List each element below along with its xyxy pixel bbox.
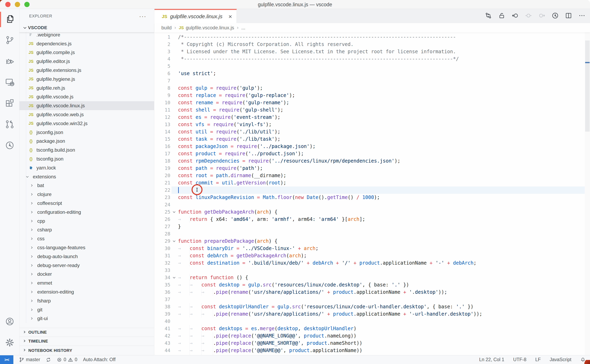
line-number[interactable]: 8 [155, 84, 170, 92]
tree-file-jsconfig.json[interactable]: {}jsconfig.json [19, 128, 154, 137]
code-line-9[interactable]: 9const replace = require('gulp-replace')… [155, 92, 585, 99]
tree-folder-extensions[interactable]: extensions [19, 172, 154, 181]
activity-item-run-debug[interactable] [0, 51, 19, 72]
line-number[interactable]: 26 [155, 216, 170, 223]
code-line-39[interactable]: 39→→→.pipe(rename('usr/share/application… [155, 310, 585, 318]
code-line-34[interactable]: 34→return function () { [155, 274, 585, 281]
code-line-22[interactable]: 22 [155, 187, 585, 194]
tab-close-icon[interactable]: × [228, 13, 232, 20]
scrollbar-thumb[interactable] [585, 40, 590, 132]
code-line-40[interactable]: 40 [155, 318, 585, 325]
activity-item-account[interactable] [0, 311, 19, 332]
tree-file-package.json[interactable]: {}package.json [19, 137, 154, 146]
remote-indicator[interactable]: >< [0, 355, 13, 364]
line-number[interactable]: 24 [155, 201, 170, 208]
line-number[interactable]: 15 [155, 136, 170, 143]
code-line-20[interactable]: 20const root = path.dirname(__dirname); [155, 172, 585, 179]
code-line-2[interactable]: 2 * Copyright (c) Microsoft Corporation.… [155, 41, 585, 48]
encoding-item[interactable]: UTF-8 [513, 357, 526, 362]
line-number[interactable]: 34 [155, 274, 170, 281]
breadcrumb-item-symbols[interactable]: ... [241, 25, 245, 31]
timeline-button[interactable] [550, 11, 560, 21]
code-line-16[interactable]: 16const packageJson = require('../packag… [155, 143, 585, 150]
line-number[interactable]: 13 [155, 121, 170, 128]
code-line-24[interactable]: 24 [155, 201, 585, 208]
tree-file-dependencies.js[interactable]: JSdependencies.js [19, 39, 154, 48]
line-number[interactable]: 29 [155, 237, 170, 245]
activity-item-github-pull-requests[interactable] [0, 114, 19, 135]
tree-folder-debug-server-ready[interactable]: debug-server-ready [19, 261, 154, 270]
problems-item[interactable]: 0 0 [57, 357, 77, 362]
tree-folder-debug-auto-launch[interactable]: debug-auto-launch [19, 252, 154, 261]
code-line-35[interactable]: 35→→const desktop = gulp.src('resources/… [155, 281, 585, 288]
tree-file-tsconfig.json[interactable]: {}tsconfig.json [19, 155, 154, 163]
tree-file-gulpfile.extensions.js[interactable]: JSgulpfile.extensions.js [19, 66, 154, 75]
tree-file-gulpfile.hygiene.js[interactable]: JSgulpfile.hygiene.js [19, 75, 154, 84]
tree-folder-git[interactable]: git [19, 305, 154, 314]
line-number[interactable]: 4 [155, 55, 170, 63]
tree-folder-bat[interactable]: bat [19, 181, 154, 190]
code-line-32[interactable]: 32→const destination = '.build/linux/deb… [155, 259, 585, 267]
fold-chevron-icon[interactable] [170, 208, 178, 216]
line-number[interactable]: 2 [155, 41, 170, 48]
tree-folder-fsharp[interactable]: fsharp [19, 296, 154, 305]
line-number[interactable]: 30 [155, 245, 170, 252]
line-number[interactable]: 42 [155, 332, 170, 339]
code-line-27[interactable]: 27} [155, 223, 585, 230]
tree-folder-coffeescript[interactable]: coffeescript [19, 199, 154, 208]
tree-folder-git-ui[interactable]: git-ui [19, 314, 154, 323]
line-number[interactable]: 10 [155, 99, 170, 106]
line-number[interactable]: 20 [155, 172, 170, 179]
tree-folder-docker[interactable]: docker [19, 270, 154, 279]
breadcrumb-item-file[interactable]: JS gulpfile.vscode.linux.js [179, 25, 234, 31]
code-line-43[interactable]: 43→→→.pipe(replace('@@NAME_SHORT@@', pro… [155, 339, 585, 347]
line-number[interactable]: 39 [155, 310, 170, 318]
code-line-13[interactable]: 13const vfs = require('vinyl-fs'); [155, 121, 585, 128]
code-line-11[interactable]: 11const shell = require('gulp-shell'); [155, 106, 585, 114]
open-changes-button[interactable] [483, 11, 494, 21]
line-number[interactable]: 14 [155, 128, 170, 136]
activity-item-source-control[interactable] [0, 30, 19, 51]
tree-file-gulpfile.reh.js[interactable]: JSgulpfile.reh.js [19, 84, 154, 92]
tree-folder-css[interactable]: css [19, 234, 154, 243]
line-number[interactable]: 38 [155, 303, 170, 310]
code-line-29[interactable]: 29function prepareDebPackage(arch) { [155, 237, 585, 245]
split-editor-button[interactable] [563, 11, 574, 21]
cursor-position-item[interactable]: Ln 22, Col 1 [479, 357, 504, 362]
language-mode-item[interactable]: JavaScript [550, 357, 571, 362]
line-number[interactable]: 9 [155, 92, 170, 99]
code-line-36[interactable]: 36→→→.pipe(rename('usr/share/application… [155, 288, 585, 296]
line-number[interactable]: 32 [155, 259, 170, 267]
code-line-3[interactable]: 3 * Licensed under the MIT License. See … [155, 48, 585, 55]
activity-item-settings[interactable] [0, 332, 19, 353]
activity-item-remote-explorer[interactable] [0, 72, 19, 93]
code-line-17[interactable]: 17const product = require('../product.js… [155, 150, 585, 157]
line-number[interactable]: 19 [155, 165, 170, 172]
line-number[interactable]: 16 [155, 143, 170, 150]
code-line-1[interactable]: 1/*-------------------------------------… [155, 33, 585, 41]
tab-gulpfile-vscode-linux-js[interactable]: JS gulpfile.vscode.linux.js × [155, 9, 237, 23]
tree-folder-configuration-editing[interactable]: configuration-editing [19, 208, 154, 217]
line-number[interactable]: 25 [155, 208, 170, 216]
tree-file-tsconfig.build.json[interactable]: {}tsconfig.build.json [19, 146, 154, 155]
line-number[interactable]: 27 [155, 223, 170, 230]
activity-item-explorer[interactable] [0, 9, 19, 30]
tree-folder-emmet[interactable]: emmet [19, 279, 154, 287]
line-number[interactable]: 18 [155, 157, 170, 165]
code-line-28[interactable]: 28 [155, 230, 585, 237]
line-number[interactable]: 12 [155, 114, 170, 121]
section-header-vscode[interactable]: VSCODE [19, 23, 154, 32]
eol-item[interactable]: LF [535, 357, 541, 362]
line-number[interactable]: 5 [155, 63, 170, 70]
code-line-5[interactable]: 5 [155, 63, 585, 70]
line-number[interactable]: 21 [155, 179, 170, 187]
line-number[interactable]: 41 [155, 325, 170, 332]
git-branch-item[interactable]: master [19, 357, 40, 362]
tree-file-gulpfile.vscode.win32.js[interactable]: JSgulpfile.vscode.win32.js [19, 119, 154, 128]
code-line-6[interactable]: 6'use strict'; [155, 70, 585, 77]
activity-item-timeline[interactable] [0, 135, 19, 156]
code-line-19[interactable]: 19const path = require('path'); [155, 165, 585, 172]
tree-folder-clojure[interactable]: clojure [19, 190, 154, 199]
line-number[interactable]: 44 [155, 347, 170, 354]
code-line-37[interactable]: 37 [155, 296, 585, 303]
